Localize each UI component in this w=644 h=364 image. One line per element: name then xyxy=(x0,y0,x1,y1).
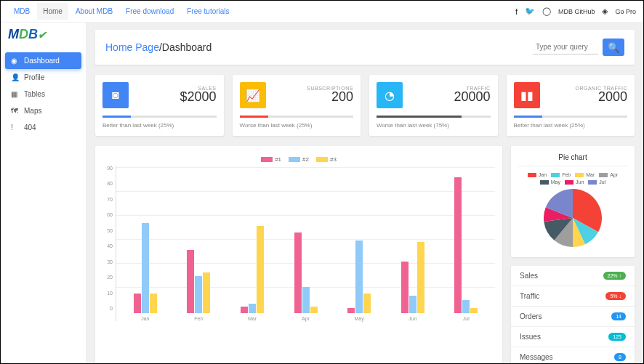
nav-home[interactable]: Home xyxy=(37,3,68,20)
facebook-icon[interactable]: f xyxy=(515,7,518,16)
pie-chart xyxy=(544,189,602,247)
progress-bar xyxy=(240,116,354,118)
stat-traffic: ◔ TRAFFIC20000 Worse than last week (75%… xyxy=(369,75,498,136)
profile-icon: 👤 xyxy=(11,73,18,81)
organic traffic-icon: ▮▮ xyxy=(514,82,540,108)
gopro-link[interactable]: Go Pro xyxy=(615,8,636,15)
badge: 14 xyxy=(611,312,626,320)
stat-subscriptions: 📈 SUBSCRIPTIONS200 Worse than last week … xyxy=(233,75,361,136)
search-icon: 🔍 xyxy=(608,42,620,53)
top-nav: MDBHomeAbout MDBFree downloadFree tutori… xyxy=(1,1,643,23)
sidebar-item-maps[interactable]: 🗺Maps xyxy=(5,102,81,119)
badge: 8 xyxy=(614,353,626,361)
bar xyxy=(249,304,256,313)
pie-title: Pie chart xyxy=(518,153,627,166)
bar xyxy=(187,250,194,313)
nav-brand[interactable]: MDB xyxy=(8,3,36,20)
sidebar-item-label: Maps xyxy=(24,107,41,115)
bar xyxy=(195,276,202,313)
tables-icon: ▦ xyxy=(11,90,18,98)
list-row-traffic[interactable]: Traffic5% ↓ xyxy=(511,286,635,307)
search-input[interactable] xyxy=(533,40,598,54)
nav-free-tutorials[interactable]: Free tutorials xyxy=(181,3,235,20)
progress-bar xyxy=(377,116,491,118)
bar xyxy=(409,296,416,313)
list-row-sales[interactable]: Sales22% ↑ xyxy=(511,266,635,286)
bar xyxy=(401,262,408,313)
badge: 123 xyxy=(608,333,626,341)
badge: 5% ↓ xyxy=(605,292,626,300)
bar xyxy=(417,242,424,313)
bar xyxy=(241,307,248,313)
progress-bar xyxy=(102,116,217,118)
breadcrumb-current: Dashboard xyxy=(162,41,212,53)
sidebar-item-404[interactable]: !404 xyxy=(5,119,81,136)
bar xyxy=(294,232,302,313)
bar xyxy=(257,226,264,313)
sidebar-item-label: Profile xyxy=(24,73,44,81)
breadcrumb-card: Home Page/Dashboard 🔍 xyxy=(95,30,635,65)
subscriptions-icon: 📈 xyxy=(240,82,266,108)
breadcrumb-home[interactable]: Home Page xyxy=(105,41,159,53)
traffic-icon: ◔ xyxy=(377,82,403,108)
pie-chart-card: Pie chart JanFebMarAprMayJunJul xyxy=(511,146,635,257)
list-row-issues[interactable]: Issues123 xyxy=(511,327,635,347)
bar xyxy=(134,294,141,313)
sidebar-item-dashboard[interactable]: ◉Dashboard xyxy=(5,52,81,69)
404-icon: ! xyxy=(11,124,18,132)
logo: MDB✔ xyxy=(1,23,86,46)
content: Home Page/Dashboard 🔍 ◙ SALES$2000 Bette… xyxy=(86,23,643,363)
maps-icon: 🗺 xyxy=(11,107,18,115)
progress-bar xyxy=(514,116,628,118)
bar xyxy=(310,307,318,313)
sidebar-item-label: 404 xyxy=(24,124,36,132)
diamond-icon[interactable]: ◈ xyxy=(602,7,608,16)
github-icon[interactable]: ◯ xyxy=(542,7,551,16)
breadcrumb: Home Page/Dashboard xyxy=(105,41,212,53)
bar xyxy=(150,294,157,313)
sidebar: MDB✔ ◉Dashboard👤Profile▦Tables🗺Maps!404 xyxy=(1,23,86,363)
search-button[interactable]: 🔍 xyxy=(603,39,624,56)
sidebar-item-profile[interactable]: 👤Profile xyxy=(5,69,81,86)
bar xyxy=(347,308,355,313)
bar xyxy=(470,308,478,313)
list-row-messages[interactable]: Messages8 xyxy=(511,347,635,363)
bar-chart-card: #1#2#3 9080706050403020100 JanFebMarAprM… xyxy=(95,146,502,363)
sidebar-item-label: Tables xyxy=(24,90,45,98)
bar xyxy=(302,287,310,313)
twitter-icon[interactable]: 🐦 xyxy=(525,7,535,16)
nav-free-download[interactable]: Free download xyxy=(120,3,180,20)
sidebar-item-label: Dashboard xyxy=(24,57,60,65)
sales-icon: ◙ xyxy=(102,82,129,108)
github-link[interactable]: MDB GitHub xyxy=(558,8,595,15)
bar xyxy=(355,240,363,313)
bar xyxy=(142,223,149,313)
stat-organic traffic: ▮▮ ORGANIC TRAFFIC2000 Better than last … xyxy=(507,75,635,136)
stats-list: Sales22% ↑Traffic5% ↓Orders14Issues123Me… xyxy=(511,266,635,363)
bar xyxy=(462,300,470,313)
nav-about-mdb[interactable]: About MDB xyxy=(70,3,118,20)
bar xyxy=(203,272,210,313)
stat-sales: ◙ SALES$2000 Better than last week (25%) xyxy=(95,75,224,136)
badge: 22% ↑ xyxy=(603,272,626,280)
list-row-orders[interactable]: Orders14 xyxy=(511,307,635,327)
sidebar-item-tables[interactable]: ▦Tables xyxy=(5,86,81,102)
bar xyxy=(363,294,371,313)
bar xyxy=(454,177,462,313)
dashboard-icon: ◉ xyxy=(11,57,18,65)
